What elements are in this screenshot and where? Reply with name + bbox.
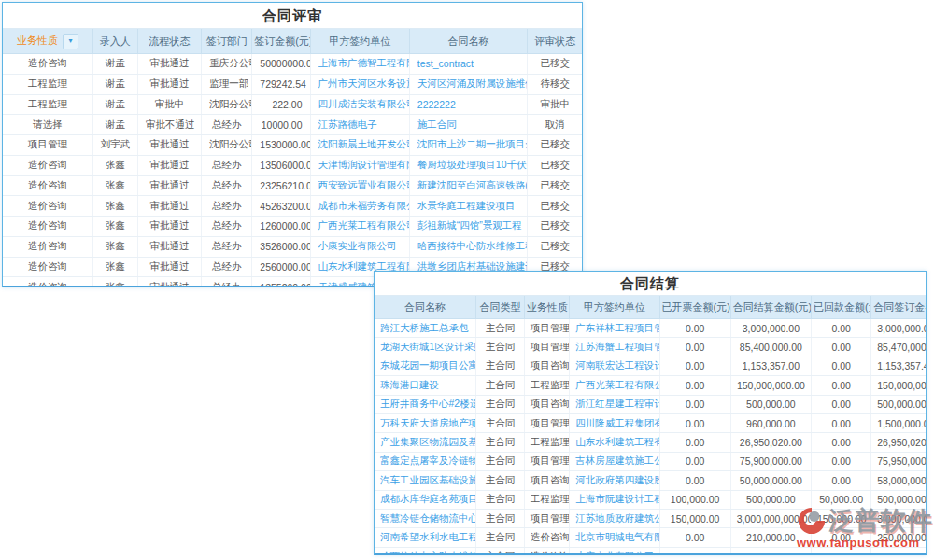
- settle-cell-nature: 项目管理: [525, 319, 570, 338]
- settle-cell-name: 万科天府大道房地产项目: [375, 413, 475, 432]
- review-cell-contract: 天河区河涌及附属设施维修养护和河...: [409, 74, 527, 94]
- settle-party-link[interactable]: 北京市明城电气有限公司: [575, 531, 659, 542]
- review-column-header-3[interactable]: 签订部门: [202, 29, 252, 54]
- settle-party-link[interactable]: 广西光莱工程有限公司: [575, 379, 659, 390]
- review-cell-contract: 餐厨垃圾处理项目10千伏变电站新建...: [409, 155, 527, 175]
- review-party-link[interactable]: 成都市来福劳务有限公司: [318, 200, 410, 211]
- review-cell-contract: 水景华庭工程建设项目: [409, 196, 527, 217]
- review-cell-status: 待移交: [528, 74, 582, 94]
- settle-column-header-5[interactable]: 合同结算金额(元): [730, 296, 811, 319]
- review-cell-dept: 监理一部: [202, 74, 252, 94]
- table-row: 请选择谢孟审批不通过总经办10000.00江苏路德电子施工合同取消: [3, 115, 582, 135]
- settle-name-link[interactable]: 富鑫定点屠宰及冷链物流基...: [380, 455, 475, 466]
- review-cell-amount: 50000000.00: [252, 54, 310, 75]
- settle-column-header-1[interactable]: 合同类型: [475, 296, 524, 319]
- review-cell-status: 已移交: [528, 135, 582, 156]
- review-party-link[interactable]: 广西光莱工程有限公司: [318, 219, 410, 231]
- review-contract-link[interactable]: test_contract: [417, 58, 474, 69]
- review-cell-dept: 总经办: [202, 217, 252, 237]
- review-party-link[interactable]: 西安致远置业有限公司: [318, 179, 410, 190]
- table-row: 富鑫定点屠宰及冷链物流基...主合同项目管理吉林房屋建筑施工公司0.0075,9…: [375, 452, 926, 470]
- review-party-link[interactable]: 广州市天河区水务设施管...: [318, 77, 410, 89]
- settle-column-header-2[interactable]: 业务性质: [525, 296, 570, 319]
- review-contract-link[interactable]: 2222222: [417, 99, 456, 110]
- settle-column-label: 甲方签约单位: [584, 301, 645, 313]
- settle-name-link[interactable]: 成都水库华庭名苑项目一标段: [380, 493, 475, 504]
- review-party-link[interactable]: 小康实业有限公司: [318, 240, 397, 251]
- review-column-header-6[interactable]: 合同名称: [409, 29, 527, 54]
- review-party-link[interactable]: 四川成洁安装有限公司: [318, 98, 410, 109]
- settle-cell-name: 河南希望水利水电工程造价...: [375, 528, 475, 547]
- settle-name-link[interactable]: 王府井商务中心#2楼遗留工程: [380, 398, 475, 409]
- review-cell-nature: 造价咨询: [3, 175, 92, 196]
- settle-cell-name: 智慧冷链仓储物流中心项目...: [375, 509, 475, 527]
- settle-column-header-6[interactable]: 已回款金额(元): [812, 296, 871, 319]
- review-party-link[interactable]: 天津博润设计管理有限公司: [318, 159, 410, 170]
- settle-cell-invoiced: 100,000.00: [659, 490, 730, 509]
- review-contract-link[interactable]: 哈西接待中心防水维修工程: [417, 240, 528, 251]
- settle-party-link[interactable]: 广东祥林工程项目管理公司: [575, 322, 659, 333]
- settle-party-link[interactable]: 江苏地质政府建筑公司: [575, 512, 659, 524]
- settle-party-link[interactable]: 小康实业有限公司: [575, 550, 654, 555]
- review-cell-nature: 造价咨询: [3, 217, 92, 237]
- settle-party-link[interactable]: 吉林房屋建筑施工公司: [575, 455, 659, 466]
- table-row: 跨江大桥施工总承包主合同项目管理广东祥林工程项目管理公司0.003,000,00…: [375, 319, 926, 338]
- settle-column-header-3[interactable]: 甲方签约单位: [570, 296, 659, 319]
- settle-column-header-0[interactable]: 合同名称: [375, 296, 475, 319]
- settle-cell-nature: 工程监理: [525, 376, 570, 395]
- review-contract-link[interactable]: 餐厨垃圾处理项目10千伏变电站新建...: [417, 159, 528, 170]
- review-contract-link[interactable]: 天河区河涌及附属设施维修养护和河...: [417, 77, 528, 89]
- review-cell-entry: 刘宇武: [92, 135, 137, 156]
- settle-cell-party: 浙江红星建工程审计公司: [570, 395, 659, 413]
- watermark-url-text: www.fanpusoft.com: [797, 536, 934, 550]
- review-column-header-1[interactable]: 录入人: [92, 29, 137, 54]
- settle-column-label: 业务性质: [527, 301, 568, 313]
- review-cell-flow: 审批通过: [137, 135, 201, 156]
- table-row: 汽车工业园区基础设施建设...主合同项目咨询河北政府第四建设股份有...0.00…: [375, 471, 926, 490]
- settle-party-link[interactable]: 江苏海蟹工程项目管理公司: [575, 341, 659, 352]
- settle-name-link[interactable]: 汽车工业园区基础设施建设...: [380, 474, 475, 485]
- settle-party-link[interactable]: 河南联宏达工程设计有限...: [575, 359, 659, 371]
- review-party-link[interactable]: 上海市广德智工程有限公司: [318, 57, 410, 68]
- review-contract-link[interactable]: 彭祖新城“四馆”景观工程: [417, 219, 522, 231]
- settle-name-link[interactable]: 智慧冷链仓储物流中心项目...: [380, 512, 475, 524]
- review-column-header-2[interactable]: 流程状态: [137, 29, 201, 54]
- settle-cell-received: 0.00: [812, 376, 871, 395]
- review-contract-link[interactable]: 沈阳市上沙二期一批项目全过程项目...: [417, 138, 528, 149]
- review-column-header-4[interactable]: 签订金额(元): [252, 29, 310, 54]
- settle-party-link[interactable]: 河北政府第四建设股份有...: [575, 474, 659, 485]
- filter-dropdown-icon[interactable]: ▾: [63, 34, 78, 49]
- settle-party-link[interactable]: 山东水利建筑工程有限公司: [575, 436, 659, 447]
- settle-cell-party: 河北政府第四建设股份有...: [570, 471, 659, 490]
- review-contract-link[interactable]: 水景华庭工程建设项目: [417, 200, 516, 211]
- settle-name-link[interactable]: 珠海港口建设: [380, 379, 439, 390]
- settle-cell-type: 主合同: [475, 376, 524, 395]
- review-cell-contract: 2222222: [409, 94, 527, 115]
- review-column-header-5[interactable]: 甲方签约单位: [310, 29, 409, 54]
- watermark-brand-text: 泛普软件: [828, 504, 933, 538]
- settle-name-link[interactable]: 哈西接待中心防水维修工程: [380, 550, 475, 555]
- settle-name-link[interactable]: 河南希望水利水电工程造价...: [380, 531, 475, 542]
- review-contract-link[interactable]: 施工合同: [417, 119, 457, 130]
- settle-cell-received: 0.00: [812, 413, 871, 432]
- review-cell-entry: 谢孟: [92, 115, 137, 135]
- review-cell-entry: 张鑫: [92, 155, 137, 175]
- settle-name-link[interactable]: 龙湖天街城1区设计采购施工...: [380, 341, 475, 352]
- review-cell-amount: 1530000.00: [252, 135, 310, 156]
- settle-party-link[interactable]: 四川隆威工程集团有限公司: [575, 417, 659, 428]
- settle-column-header-4[interactable]: 已开票金额(元): [659, 296, 730, 319]
- review-column-header-0[interactable]: 业务性质▾: [3, 29, 92, 54]
- settle-name-link[interactable]: 跨江大桥施工总承包: [380, 322, 469, 333]
- settle-name-link[interactable]: 东城花园一期项目公寓大堂 ...: [380, 359, 475, 371]
- review-party-link[interactable]: 江苏路德电子: [318, 119, 377, 130]
- settle-party-link[interactable]: 上海市阮建设计工程有限...: [575, 493, 659, 504]
- review-column-header-7[interactable]: 评审状态: [528, 29, 582, 54]
- review-cell-dept: 总经办: [202, 236, 252, 257]
- settle-party-link[interactable]: 浙江红星建工程审计公司: [575, 398, 659, 409]
- review-cell-amount: 23256210.00: [252, 175, 310, 196]
- settle-name-link[interactable]: 万科天府大道房地产项目: [380, 417, 475, 428]
- review-party-link[interactable]: 沈阳新晨土地开发公司: [318, 138, 410, 149]
- settle-name-link[interactable]: 产业集聚区物流园及基础设...: [380, 436, 475, 447]
- review-contract-link[interactable]: 新建沈阳至白河高速铁路(辽宁段)沈...: [417, 179, 528, 190]
- settle-column-header-7[interactable]: 合同签订金额(元): [871, 296, 926, 319]
